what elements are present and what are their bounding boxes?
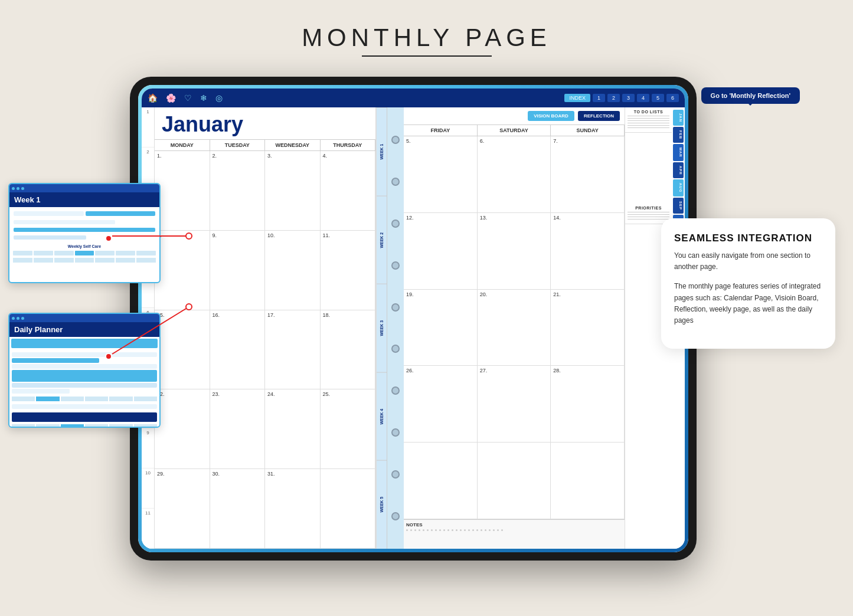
nav-tab-4[interactable]: 4 (637, 94, 649, 102)
ring-1 (391, 136, 400, 144)
daily-body (9, 350, 159, 428)
callout-reflection[interactable]: Go to 'Monthly Reflection' (701, 87, 800, 104)
planner-main: 1 2 3 4 5 6 7 8 9 10 11 January (142, 107, 685, 549)
daily-nav-dot-1 (12, 317, 15, 320)
nav-tab-2[interactable]: 2 (607, 94, 620, 102)
rcal-19: 19. (404, 290, 478, 366)
nav-tab-index[interactable]: INDEX (564, 94, 590, 102)
page-title: MONTHLY PAGE (0, 0, 853, 52)
cal-cell-4: 4. (321, 151, 376, 230)
month-tab-feb[interactable]: FEB (673, 127, 684, 143)
right-cal-row-2: 12. 13. 14. (404, 213, 625, 290)
top-nav: 🏠 🌸 ♡ ❄ ◎ INDEX 1 2 3 4 5 6 (142, 89, 685, 107)
cal-cell-10: 10. (265, 231, 321, 310)
rcal-7: 7. (551, 136, 625, 212)
ring-6 (391, 345, 400, 353)
daily-nav-dot-2 (17, 317, 19, 320)
cal-cell-15: 15. (155, 310, 210, 389)
month-tab-jan[interactable]: JAN (673, 110, 684, 126)
spine (387, 107, 404, 549)
cal-cell-9: 9. (210, 231, 266, 310)
month-tab-aug[interactable]: AUG (673, 179, 684, 196)
cal-cell-17: 17. (265, 310, 321, 389)
rcal-empty3 (551, 443, 625, 519)
priorities-label: PRIORITIES (628, 206, 669, 210)
week1-body: Weekly Self Care (9, 207, 159, 266)
right-cal-row-5 (404, 443, 625, 519)
todo-section: TO DO LISTS (625, 107, 672, 133)
red-dot-daily (105, 353, 112, 360)
cal-cell-30: 30. (210, 469, 266, 548)
nav-icon-home: 🏠 (148, 93, 158, 103)
header-sunday: SUNDAY (551, 125, 625, 136)
rcal-5: 5. (404, 136, 478, 212)
row-2: 2 (142, 148, 154, 188)
rcal-14: 14. (551, 213, 625, 289)
cal-row-3: 15. 16. 17. 18. (155, 310, 375, 390)
ring-10 (391, 512, 400, 520)
reflection-button[interactable]: REFLECTION (578, 111, 620, 121)
panel-week1-topnav (9, 184, 159, 192)
ring-7 (391, 386, 400, 395)
rcal-27: 27. (478, 366, 551, 442)
rcal-12: 12. (404, 213, 478, 289)
cal-cell-8: 8. (155, 231, 210, 310)
ring-3 (391, 219, 400, 228)
header-monday: MONDAY (155, 140, 210, 150)
vision-board-button[interactable]: VISION BOARD (528, 111, 574, 121)
right-page: VISION BOARD REFLECTION FRIDAY SATURDAY … (404, 107, 625, 549)
cal-cell-23: 23. (210, 389, 266, 468)
month-tab-mar[interactable]: MAR (673, 144, 684, 161)
notes-dots (406, 529, 622, 531)
rcal-6: 6. (478, 136, 551, 212)
self-care-label: Weekly Self Care (12, 244, 157, 248)
nav-tab-3[interactable]: 3 (622, 94, 635, 102)
ring-8 (391, 428, 400, 437)
panel-nav-dot-2 (17, 187, 19, 190)
rcal-21: 21. (551, 290, 625, 366)
cal-cell-3: 3. (265, 151, 321, 230)
tablet: 🏠 🌸 ♡ ❄ ◎ INDEX 1 2 3 4 5 6 (130, 77, 697, 561)
red-dot-week1 (105, 235, 112, 242)
week1-title: Week 1 (9, 192, 159, 207)
month-tab-sep[interactable]: SEP (673, 198, 684, 214)
nav-tabs: INDEX 1 2 3 4 5 6 (564, 94, 679, 102)
panel-nav-dot-3 (21, 187, 24, 190)
week-label-3: WEEK 3 (377, 284, 387, 372)
week-label-5: WEEK 5 (377, 460, 387, 549)
month-title: January (155, 107, 375, 139)
nav-tab-6[interactable]: 6 (666, 94, 679, 102)
rcal-empty1 (404, 443, 478, 519)
right-cal-row-4: 26. 27. 28. (404, 366, 625, 443)
nav-tab-1[interactable]: 1 (593, 94, 605, 102)
month-tab-apr[interactable]: APR (673, 162, 684, 179)
header-tuesday: TUESDAY (210, 140, 266, 150)
cal-cell-25: 25. (321, 389, 376, 468)
seamless-text2: The monthly page features series of inte… (674, 281, 822, 326)
title-underline (362, 55, 492, 57)
daily-nav-dot-3 (21, 317, 24, 320)
week-label-4: WEEK 4 (377, 372, 387, 461)
calendar-left-page: January MONDAY TUESDAY WEDNESDAY THURSDA… (155, 107, 377, 549)
cal-cell-1: 1. (155, 151, 210, 230)
cal-row-2: 8. 9. 10. 11. (155, 231, 375, 310)
calendar-grid-left: 1. 2. 3. 4. 8. 9. 10. 11. (155, 151, 375, 549)
cal-cell-18: 18. (321, 310, 376, 389)
seamless-text1: You can easily navigate from one section… (674, 250, 822, 273)
cal-row-5: 29. 30. 31. (155, 469, 375, 549)
header-wednesday: WEDNESDAY (265, 140, 321, 150)
tablet-inner: 🏠 🌸 ♡ ❄ ◎ INDEX 1 2 3 4 5 6 (138, 85, 688, 552)
nav-tab-5[interactable]: 5 (652, 94, 664, 102)
header-saturday: SATURDAY (478, 125, 551, 136)
rcal-empty2 (478, 443, 551, 519)
right-calendar-grid: 5. 6. 7. 12. 13. 14. 19. 20. (404, 136, 625, 519)
cal-cell-24: 24. (265, 389, 321, 468)
header-thursday: THURSDAY (321, 140, 376, 150)
nav-icon-circle: ◎ (215, 93, 223, 103)
week-label-1: WEEK 1 (377, 107, 387, 196)
week1-panel: Week 1 Weekly Self Care (8, 183, 161, 283)
cal-cell-16: 16. (210, 310, 266, 389)
calendar-header-left: MONDAY TUESDAY WEDNESDAY THURSDAY (155, 139, 375, 151)
week-label-2: WEEK 2 (377, 196, 387, 284)
row-9: 9 (142, 428, 154, 468)
